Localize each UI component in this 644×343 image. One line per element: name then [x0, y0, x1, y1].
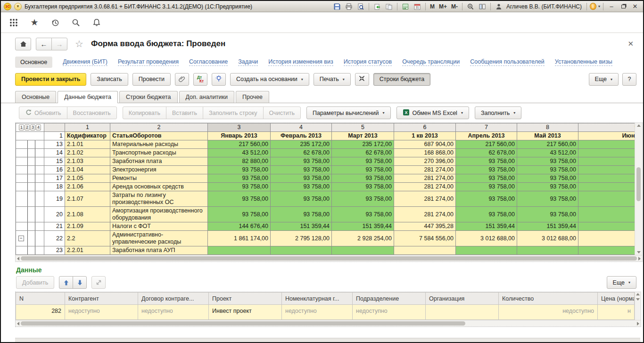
data-grid-column-header[interactable]: Номенклатурная г...	[282, 293, 353, 305]
cell-value[interactable]: 43 512,00	[208, 149, 271, 157]
collapse-groups-button[interactable]	[355, 73, 369, 86]
cell-value[interactable]: 93 758,00	[271, 166, 332, 174]
cell-value[interactable]: 2 928 254,00	[332, 231, 394, 246]
cell-value[interactable]: 151 359,44	[332, 222, 394, 231]
tab-4[interactable]: Прочее	[236, 91, 269, 103]
nav-link-9[interactable]: Установленные визы	[555, 58, 612, 66]
cell-value[interactable]: 93 758,00	[517, 183, 578, 191]
column-number-9[interactable]: 9	[578, 123, 635, 132]
cell-value[interactable]: 82 880,00	[208, 157, 271, 166]
tab-2[interactable]: Строки бюджета	[119, 91, 178, 103]
cell-value[interactable]: 144	[578, 222, 635, 231]
cell-article[interactable]: Аренда основных средств	[110, 183, 208, 191]
cell-value[interactable]: 151 359,44	[456, 222, 517, 231]
cell-value[interactable]: 168 868,00	[394, 149, 456, 157]
cell-value[interactable]: 93 758,00	[332, 157, 394, 166]
add-to-favorites-icon[interactable]: ☆	[75, 38, 83, 49]
cell-value[interactable]: 93 758,00	[456, 166, 517, 174]
group-level-button-1[interactable]: 1	[19, 124, 24, 131]
data-grid-column-header[interactable]: Количество	[499, 293, 598, 305]
cell-value[interactable]: 93 758,00	[271, 183, 332, 191]
save-icon[interactable]	[332, 2, 342, 11]
cell-value[interactable]: 43 512,00	[517, 149, 578, 157]
cell-value[interactable]: 235 172,00	[271, 140, 332, 149]
cell-value[interactable]: 1 861 174,00	[208, 231, 271, 246]
cell-codifier[interactable]: 2.1.07	[65, 191, 110, 207]
cell-value[interactable]: 93	[578, 183, 635, 191]
cell-value[interactable]: 93 758,00	[332, 183, 394, 191]
data-grid-cell[interactable]	[426, 305, 499, 320]
cell-value[interactable]: 447 395,28	[394, 222, 456, 231]
cell-value[interactable]: 270 396,00	[394, 157, 456, 166]
cell-value[interactable]: 93 758,00	[271, 157, 332, 166]
save-button[interactable]: Записать	[91, 73, 128, 86]
cell-article[interactable]: Ремонты	[110, 174, 208, 183]
cell-value[interactable]: 93 758,00	[517, 166, 578, 174]
column-number-2[interactable]: 2	[110, 123, 208, 132]
dt-kt-postings-button[interactable]: ДтКт	[193, 73, 207, 86]
cell-value[interactable]: 93	[578, 166, 635, 174]
cell-value[interactable]: 93 758,00	[332, 191, 394, 207]
cell-value[interactable]: 62 678,00	[456, 149, 517, 157]
cell-value[interactable]	[456, 246, 517, 255]
column-number-7[interactable]: 7	[456, 123, 517, 132]
data-grid-column-header[interactable]: Договор контраге...	[138, 293, 209, 305]
tab-1[interactable]: Данные бюджета	[58, 91, 118, 103]
cell-value[interactable]: 82	[578, 157, 635, 166]
collapse-group-toggle[interactable]: −	[18, 236, 24, 241]
scroll-thumb[interactable]	[21, 256, 637, 261]
data-grid-column-header[interactable]: Цена (норма	[598, 293, 635, 305]
cell-value[interactable]	[578, 246, 635, 255]
cell-value[interactable]: 281 274,00	[394, 191, 456, 207]
nav-link-5[interactable]: История изменения виз	[268, 58, 333, 66]
cell-value[interactable]	[271, 246, 332, 255]
data-grid-horizontal-scrollbar[interactable]	[16, 320, 641, 327]
minimize-button[interactable]: –	[606, 3, 617, 10]
create-based-on-button[interactable]: Создать на основании▾	[230, 73, 309, 86]
notifications-bell-icon[interactable]	[91, 17, 102, 28]
nav-link-6[interactable]: История статусов	[344, 58, 392, 66]
cell-value[interactable]: 93 758,00	[456, 191, 517, 207]
cell-article[interactable]: Материальные расходы	[110, 140, 208, 149]
calendar-icon[interactable]: 31	[412, 2, 422, 11]
cell-article[interactable]: Затраты по лизингу производственных ОС	[110, 191, 208, 207]
cell-value[interactable]: 7 584 556,00	[394, 231, 456, 246]
cell-value[interactable]: 93 758,00	[332, 174, 394, 183]
cell-value[interactable]: 93 758,00	[271, 191, 332, 207]
column-number-1[interactable]: 1	[65, 123, 110, 132]
data-grid-column-header[interactable]: Подразделение	[353, 293, 426, 305]
close-form-icon[interactable]: ✕	[625, 40, 636, 48]
scroll-thumb[interactable]	[21, 321, 465, 326]
toolbar-button-восстановить[interactable]: Восстановить	[67, 106, 117, 119]
data-grid-column-header[interactable]: N	[16, 293, 65, 305]
budget-lines-button[interactable]: Строки бюджета	[373, 73, 431, 86]
nav-link-8[interactable]: Сообщения пользователей	[470, 58, 545, 66]
cell-value[interactable]: 217	[578, 140, 635, 149]
data-grid-cell[interactable]: недоступно	[65, 305, 138, 320]
get-link-icon[interactable]	[384, 2, 394, 11]
cell-row-number[interactable]: 282	[16, 305, 65, 320]
memory-plus-button[interactable]: M+	[438, 3, 448, 10]
toolbar-button-копировать[interactable]: Копировать	[123, 106, 166, 119]
toolbar-button-заполнить-строку[interactable]: Заполнить строку	[203, 106, 264, 119]
cell-value[interactable]: 281 274,00	[394, 207, 456, 222]
sort-button[interactable]	[91, 276, 106, 289]
cell-codifier[interactable]: 2.1.08	[65, 207, 110, 222]
data-grid-cell[interactable]: недоступно	[499, 305, 598, 320]
cell-value[interactable]: 3 012 688,00	[456, 231, 517, 246]
data-grid-column-header[interactable]: Организация	[426, 293, 499, 305]
help-button[interactable]: ?	[622, 73, 636, 86]
cell-value[interactable]: 281 274,00	[394, 174, 456, 183]
cell-value[interactable]: 151 359,44	[517, 222, 578, 231]
add-row-button[interactable]: Добавить	[16, 276, 54, 289]
cell-article[interactable]: Амортизация производственного оборудован…	[110, 207, 208, 222]
cell-value[interactable]: 235 172,00	[332, 140, 394, 149]
cell-value[interactable]: 93 758,00	[456, 157, 517, 166]
nav-link-4[interactable]: Задачи	[238, 58, 258, 66]
cell-codifier[interactable]: 2.2	[65, 231, 110, 246]
cell-article[interactable]: Административно-управленческие расходы	[110, 231, 208, 246]
zoom-icon[interactable]	[465, 2, 476, 11]
close-button[interactable]: ✕	[630, 3, 640, 10]
cell-value[interactable]: 2 332	[578, 231, 635, 246]
toolbar-button-вставить[interactable]: Вставить	[166, 106, 203, 119]
